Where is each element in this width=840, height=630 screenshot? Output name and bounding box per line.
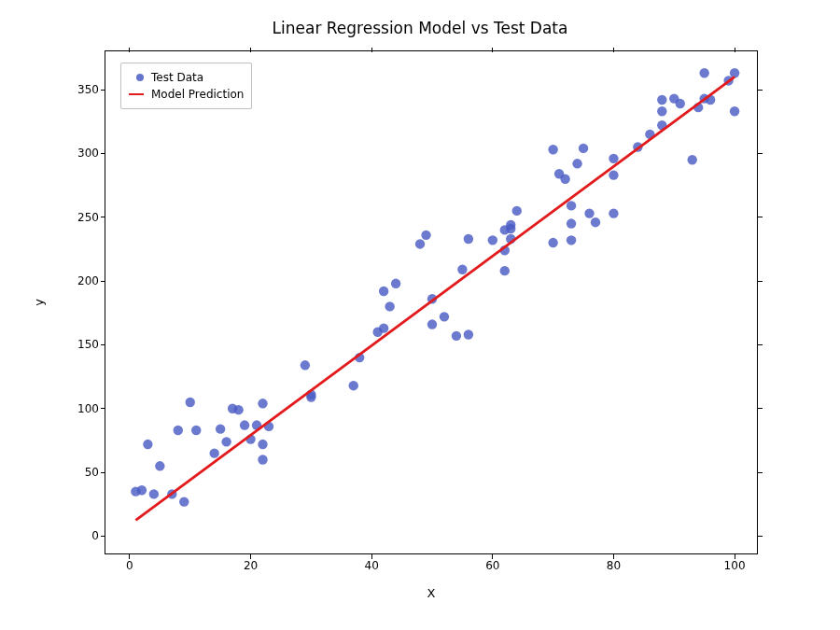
scatter-point (452, 331, 461, 341)
y-axis-label: y (32, 50, 50, 554)
y-tick-label: 50 (85, 466, 99, 479)
y-tick (101, 536, 105, 537)
scatter-point (457, 265, 467, 274)
scatter-point (258, 455, 267, 464)
scatter-point (179, 497, 189, 506)
y-tick (101, 344, 105, 345)
scatter-point (421, 231, 430, 240)
y-tick-label: 150 (77, 338, 99, 351)
scatter-point (221, 437, 231, 446)
y-tick-label: 0 (91, 529, 99, 542)
scatter-point (440, 312, 449, 321)
chart-title: Linear Regression Model vs Test Data (0, 19, 840, 37)
scatter-point (186, 398, 195, 407)
legend-scatter-label: Test Data (151, 71, 203, 84)
x-tick-label: 20 (244, 559, 258, 572)
y-tick (101, 153, 105, 154)
y-tick-right (758, 90, 763, 91)
legend-item-scatter: Test Data (129, 69, 244, 86)
scatter-point (149, 489, 159, 498)
scatter-point (391, 279, 400, 288)
chart-container: Linear Regression Model vs Test Data 020… (0, 0, 840, 630)
scatter-point (216, 424, 225, 433)
scatter-point (512, 206, 522, 216)
x-tick-top (371, 48, 372, 52)
y-tick-label: 350 (77, 83, 99, 96)
scatter-point (349, 381, 358, 390)
y-tick-right (758, 408, 763, 409)
scatter-point (579, 144, 588, 153)
scatter-point (609, 154, 618, 163)
x-tick-top (492, 48, 493, 52)
legend-line-label: Model Prediction (151, 88, 244, 101)
scatter-point (258, 399, 267, 408)
y-tick (101, 281, 105, 282)
scatter-point (488, 235, 497, 245)
y-tick (101, 90, 105, 91)
y-tick-right (758, 217, 763, 217)
scatter-point (506, 220, 515, 230)
scatter-point (548, 238, 557, 247)
scatter-point (191, 426, 201, 435)
y-tick-label: 100 (77, 402, 99, 415)
scatter-point (688, 155, 697, 164)
plot-svg (105, 51, 759, 555)
scatter-point (591, 217, 600, 227)
scatter-point (233, 405, 243, 414)
scatter-marker-icon (129, 74, 151, 81)
x-tick-top (250, 48, 251, 52)
scatter-point (258, 440, 267, 449)
x-tick-top (735, 48, 735, 52)
scatter-point (584, 208, 594, 217)
scatter-point (560, 175, 569, 184)
regression-line (135, 77, 735, 520)
scatter-point (609, 208, 618, 217)
scatter-point (699, 68, 708, 77)
y-tick (101, 472, 105, 473)
y-tick-label: 200 (77, 274, 99, 287)
x-tick-top (613, 48, 614, 52)
y-tick-right (758, 344, 763, 345)
scatter-point (609, 170, 618, 179)
scatter-point (676, 99, 685, 108)
line-marker-icon (129, 93, 151, 96)
legend: Test Data Model Prediction (120, 63, 252, 109)
plot-area: 020406080100 050100150200250300350 Test … (105, 50, 758, 554)
scatter-point (730, 106, 739, 116)
scatter-point (379, 287, 388, 296)
legend-item-line: Model Prediction (129, 86, 244, 103)
scatter-point (143, 440, 152, 449)
regression-line-path (135, 77, 735, 520)
x-tick-top (129, 48, 130, 52)
y-tick (101, 217, 105, 217)
y-tick-right (758, 153, 763, 154)
y-tick-right (758, 281, 763, 282)
x-tick-label: 0 (126, 559, 133, 572)
scatter-point (567, 201, 576, 210)
y-tick-label: 300 (77, 147, 99, 160)
scatter-point (427, 319, 437, 329)
scatter-series (131, 68, 739, 507)
x-tick-label: 60 (485, 559, 499, 572)
scatter-point (137, 485, 147, 495)
scatter-point (657, 95, 666, 105)
scatter-point (567, 218, 576, 228)
scatter-point (464, 234, 473, 244)
scatter-point (657, 106, 666, 116)
scatter-point (209, 448, 218, 457)
y-tick-right (758, 472, 763, 473)
y-tick-right (758, 536, 763, 537)
x-tick-label: 80 (607, 559, 621, 572)
x-tick-label: 40 (365, 559, 379, 572)
scatter-point (385, 301, 394, 311)
scatter-point (240, 420, 249, 429)
x-tick-label: 100 (724, 559, 746, 572)
scatter-point (415, 239, 425, 248)
y-tick-label: 250 (77, 211, 99, 224)
scatter-point (548, 145, 557, 154)
scatter-point (572, 159, 581, 168)
scatter-point (301, 360, 310, 370)
scatter-point (730, 68, 739, 77)
scatter-point (567, 235, 576, 245)
y-tick (101, 408, 105, 409)
